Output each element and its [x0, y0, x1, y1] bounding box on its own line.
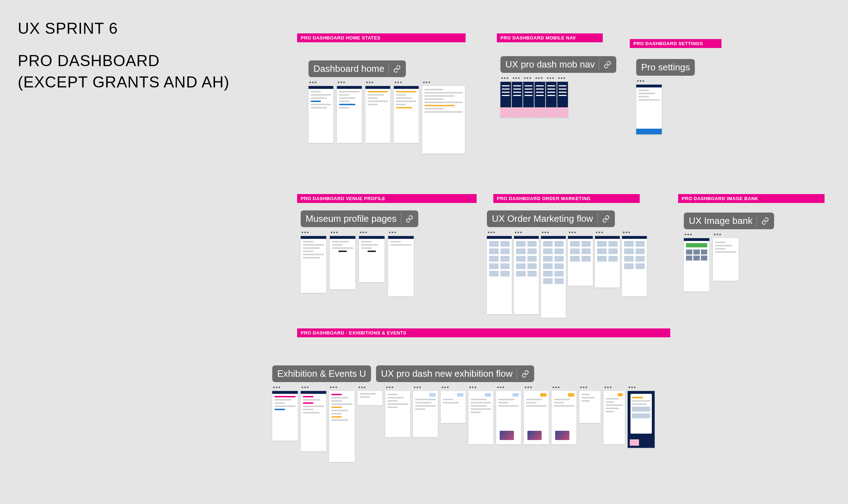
ellipsis-icon: ••• — [301, 231, 326, 235]
frame-thumb[interactable]: ••• — [301, 386, 326, 451]
flow-pill-order-marketing[interactable]: UX Order Marketing flow — [487, 210, 615, 227]
frame-thumb[interactable]: ••• — [388, 231, 414, 296]
frame-thumb[interactable]: ••• — [713, 233, 739, 281]
ellipsis-icon: ••• — [385, 386, 410, 390]
frame-thumb[interactable]: ••• — [603, 386, 625, 444]
frame-thumb[interactable]: ••• — [552, 386, 576, 444]
frame-thumb[interactable]: ••• — [514, 231, 539, 314]
frame-thumb[interactable]: ••• — [524, 386, 549, 444]
frame-thumb[interactable]: ••• — [595, 231, 620, 288]
flow-pill-venue-profile[interactable]: Museum profile pages — [301, 210, 418, 227]
ellipsis-icon: ••• — [713, 233, 739, 237]
frame-thumb[interactable]: ••• — [272, 386, 298, 441]
ellipsis-icon: ••• — [422, 81, 465, 85]
frame-thumb[interactable]: ••• — [422, 81, 465, 154]
frame-thumb[interactable]: ••• — [541, 231, 566, 318]
flow-pill-new-exhibition-flow[interactable]: UX pro dash new exhibition flow — [376, 365, 534, 382]
ellipsis-icon: ••• — [337, 81, 362, 85]
frame-thumb[interactable]: ••• — [622, 231, 647, 296]
ellipsis-icon: ••• — [524, 386, 549, 390]
frame-group-settings: ••• — [636, 80, 662, 134]
ellipsis-icon: ••• — [272, 386, 298, 390]
frame-group-venue-profile: ••• ••• ••• ••• — [301, 231, 414, 296]
link-icon[interactable] — [761, 217, 769, 225]
frame-thumb[interactable]: ••• — [413, 386, 438, 437]
frame-thumb[interactable]: ••• — [359, 231, 385, 282]
flow-pill-settings[interactable]: Pro settings — [636, 59, 695, 76]
section-bar-settings[interactable]: PRO DASHBOARD SETTINGS — [630, 39, 721, 48]
frame-thumb[interactable]: ••• — [523, 77, 534, 117]
frame-thumb[interactable]: ••• — [546, 77, 557, 117]
flow-pill-label: Dashboard home — [313, 63, 384, 74]
ellipsis-icon: ••• — [358, 386, 382, 390]
frame-thumb[interactable]: ••• — [308, 81, 333, 143]
flow-pill-label: UX pro dash new exhibition flow — [381, 368, 512, 379]
ellipsis-icon: ••• — [359, 231, 385, 235]
figma-canvas[interactable]: UX SPRINT 6 PRO DASHBOARD (EXCEPT GRANTS… — [0, 0, 848, 504]
flow-pill-label: UX Image bank — [689, 215, 752, 226]
section-bar-mobile-nav[interactable]: PRO DASHBOARD MOBILE NAV — [497, 33, 603, 42]
frame-thumb[interactable]: ••• — [535, 77, 545, 117]
frame-thumb[interactable]: ••• — [301, 231, 326, 293]
frame-thumb[interactable]: ••• — [365, 81, 390, 143]
frame-thumb[interactable]: ••• — [684, 233, 709, 291]
section-bar-image-bank[interactable]: PRO DASHBOARD IMAGE BANK — [678, 194, 825, 203]
frame-thumb[interactable]: ••• — [329, 386, 355, 462]
ellipsis-icon: ••• — [512, 77, 522, 80]
frame-thumb[interactable]: ••• — [337, 81, 362, 143]
frame-thumb[interactable]: ••• — [358, 386, 382, 405]
ellipsis-icon: ••• — [308, 81, 333, 85]
section-bar-label: PRO DASHBOARD IMAGE BANK — [682, 196, 758, 201]
ellipsis-icon: ••• — [622, 231, 647, 235]
pill-divider — [757, 215, 757, 226]
frame-thumb[interactable]: ••• — [394, 81, 419, 143]
link-icon[interactable] — [603, 61, 611, 69]
frame-group-image-bank: ••• ••• — [684, 233, 739, 291]
frame-group-exhibitions: ••• ••• ••• ••• ••• ••• ••• ••• — [272, 386, 655, 462]
frame-thumb[interactable]: ••• — [468, 386, 493, 444]
flow-pill-exhibition-events[interactable]: Exhibition & Events U — [272, 365, 371, 382]
link-icon[interactable] — [406, 215, 413, 223]
frame-thumb[interactable]: ••• — [487, 231, 512, 314]
frame-thumb[interactable]: ••• — [628, 386, 655, 448]
section-bar-venue-profile[interactable]: PRO DASHBOARD VENUE PROFILE — [297, 194, 477, 203]
flow-pill-label: UX Order Marketing flow — [492, 213, 593, 224]
frame-thumb[interactable]: ••• — [330, 231, 355, 289]
section-bar-label: PRO DASHBOARD - EXHIBITIONS & EVENTS — [301, 330, 407, 336]
link-icon[interactable] — [521, 370, 529, 378]
ellipsis-icon: ••• — [636, 80, 662, 83]
frame-thumb[interactable]: ••• — [512, 77, 522, 117]
ellipsis-icon: ••• — [546, 77, 557, 80]
frame-thumb[interactable]: ••• — [441, 386, 466, 423]
ellipsis-icon: ••• — [595, 231, 620, 235]
page-title: UX SPRINT 6 PRO DASHBOARD (EXCEPT GRANTS… — [18, 18, 230, 92]
section-bar-home-states[interactable]: PRO DASHBOARD HOME STATES — [297, 33, 466, 42]
ellipsis-icon: ••• — [500, 77, 511, 80]
flow-pill-image-bank[interactable]: UX Image bank — [684, 213, 774, 229]
link-icon[interactable] — [393, 65, 401, 73]
section-bar-exhibitions-events[interactable]: PRO DASHBOARD - EXHIBITIONS & EVENTS — [297, 328, 670, 337]
link-icon[interactable] — [602, 215, 610, 223]
pill-divider — [401, 213, 401, 224]
section-bar-label: PRO DASHBOARD ORDER MARKETING — [497, 196, 591, 201]
title-line-2: PRO DASHBOARD — [18, 50, 230, 71]
ellipsis-icon: ••• — [684, 233, 709, 237]
frame-thumb[interactable]: ••• — [568, 231, 593, 286]
frame-thumb[interactable]: ••• — [385, 386, 410, 437]
section-bar-order-marketing[interactable]: PRO DASHBOARD ORDER MARKETING — [493, 194, 640, 203]
frame-thumb[interactable]: ••• — [557, 77, 568, 117]
ellipsis-icon: ••• — [514, 231, 539, 235]
ellipsis-icon: ••• — [394, 81, 419, 85]
ellipsis-icon: ••• — [468, 386, 493, 390]
flow-pill-mobile-nav[interactable]: UX pro dash mob nav — [500, 56, 616, 73]
section-bar-label: PRO DASHBOARD SETTINGS — [633, 41, 703, 46]
flow-pill-label: Pro settings — [641, 62, 690, 73]
frame-group-home-states: ••• ••• ••• ••• — [308, 81, 465, 154]
frame-thumb[interactable]: ••• — [636, 80, 662, 134]
section-bar-label: PRO DASHBOARD HOME STATES — [301, 35, 380, 41]
flow-pill-dashboard-home[interactable]: Dashboard home — [308, 60, 406, 77]
frame-thumb[interactable]: ••• — [496, 386, 521, 444]
ellipsis-icon: ••• — [628, 386, 655, 390]
frame-thumb[interactable]: ••• — [500, 77, 511, 117]
frame-thumb[interactable]: ••• — [579, 386, 601, 423]
